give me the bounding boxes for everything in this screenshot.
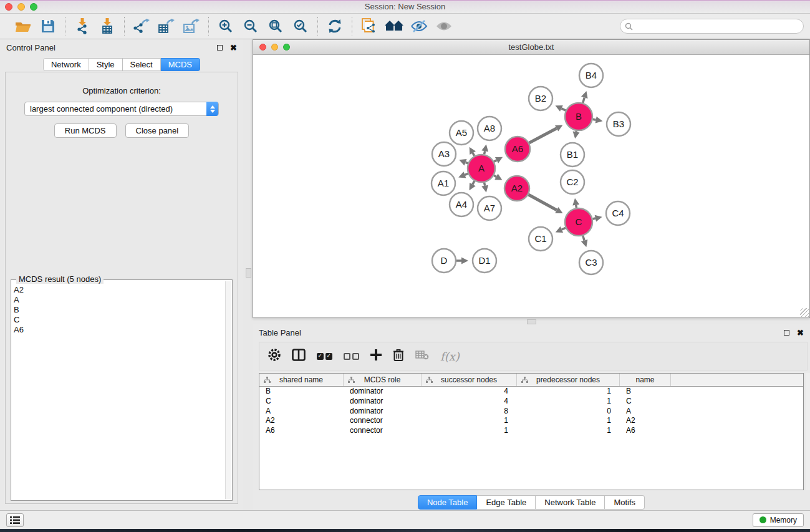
table-cell[interactable]: A xyxy=(259,407,344,417)
optimization-dropdown[interactable]: largest connected component (directed) xyxy=(24,102,219,116)
column-header-name[interactable]: name xyxy=(620,374,671,386)
table-cell[interactable]: connector xyxy=(344,426,422,436)
table-cell[interactable]: C xyxy=(620,397,671,407)
tab-select[interactable]: Select xyxy=(123,58,161,71)
edge-A-A5[interactable] xyxy=(473,153,475,156)
edge-A-A6[interactable] xyxy=(494,160,496,162)
edge-A-A2[interactable] xyxy=(494,175,496,177)
delete-table-button[interactable] xyxy=(415,350,429,362)
table-cell[interactable]: 4 xyxy=(422,387,517,397)
table-row[interactable]: Cdominator41C xyxy=(259,397,803,407)
edge-A6-B[interactable] xyxy=(529,128,557,143)
home-button[interactable] xyxy=(383,16,405,36)
table-cell[interactable]: 8 xyxy=(422,407,517,417)
tab-mcds[interactable]: MCDS xyxy=(161,58,200,71)
table-mode-button[interactable] xyxy=(268,349,281,364)
float-panel-icon[interactable] xyxy=(217,45,223,51)
edge-A-A8[interactable] xyxy=(485,151,485,154)
hide-graphics-button[interactable] xyxy=(408,16,430,36)
horizontal-splitter-handle[interactable] xyxy=(527,319,536,324)
mcds-result-list[interactable]: A2ABCA6 xyxy=(12,285,224,499)
open-session-button[interactable] xyxy=(12,16,34,36)
table-cell[interactable]: 1 xyxy=(422,416,517,426)
edge-C-C2[interactable] xyxy=(576,205,577,208)
task-history-button[interactable] xyxy=(6,513,24,527)
table-cell[interactable]: A2 xyxy=(620,416,671,426)
table-cell[interactable]: 1 xyxy=(422,426,517,436)
memory-button[interactable]: Memory xyxy=(753,513,804,527)
export-table-button[interactable] xyxy=(156,16,177,36)
edge-C-C3[interactable] xyxy=(583,236,584,241)
column-header-shared-name[interactable]: shared name xyxy=(259,374,344,386)
edge-A-A4[interactable] xyxy=(473,181,475,184)
network-canvas[interactable]: ABCA6A2A1A3A4A5A7A8B1B2B3B4C1C2C3C4DD1 xyxy=(253,56,809,317)
network-window-titlebar[interactable]: testGlobe.txt xyxy=(253,40,809,55)
import-network-button[interactable] xyxy=(72,16,93,36)
table-cell[interactable]: A2 xyxy=(259,416,344,426)
import-table-button[interactable] xyxy=(97,16,118,36)
zoom-selected-button[interactable] xyxy=(290,16,311,36)
delete-columns-button[interactable] xyxy=(393,349,404,364)
tab-network[interactable]: Network xyxy=(43,58,89,71)
table-tab-edge-table[interactable]: Edge Table xyxy=(477,495,536,510)
function-builder-button[interactable]: f(x) xyxy=(440,350,460,363)
column-header-MCDS-role[interactable]: MCDS role xyxy=(344,374,422,386)
result-list-item[interactable]: C xyxy=(12,315,224,325)
zoom-in-button[interactable] xyxy=(215,16,236,36)
table-cell[interactable]: A6 xyxy=(620,426,671,436)
zoom-fit-button[interactable] xyxy=(265,16,286,36)
close-panel-icon[interactable]: ✖ xyxy=(230,44,237,52)
close-panel-button[interactable]: Close panel xyxy=(125,123,190,138)
table-scrollbar[interactable] xyxy=(806,373,810,490)
result-list-item[interactable]: B xyxy=(12,305,224,315)
edge-B-B2[interactable] xyxy=(561,109,566,110)
table-float-icon[interactable] xyxy=(784,330,789,336)
vertical-splitter-handle[interactable] xyxy=(246,268,251,278)
table-cell[interactable]: B xyxy=(620,387,671,397)
table-cell[interactable]: A xyxy=(620,407,671,417)
edge-A-A1[interactable] xyxy=(465,173,468,175)
show-graphics-button[interactable] xyxy=(433,16,455,36)
run-mcds-button[interactable]: Run MCDS xyxy=(54,123,117,138)
column-header-successor-nodes[interactable]: successor nodes xyxy=(422,374,517,386)
table-close-icon[interactable]: ✖ xyxy=(797,329,804,337)
result-scrollbar[interactable] xyxy=(225,281,231,499)
table-row[interactable]: Bdominator41B xyxy=(259,387,803,397)
table-row[interactable]: Adominator80A xyxy=(259,407,803,417)
table-cell[interactable]: A6 xyxy=(259,426,344,436)
table-tab-network-table[interactable]: Network Table xyxy=(536,495,605,510)
tab-style[interactable]: Style xyxy=(89,58,123,71)
result-list-item[interactable]: A6 xyxy=(12,325,224,335)
refresh-button[interactable] xyxy=(324,16,345,36)
edge-C-C1[interactable] xyxy=(562,228,566,230)
table-cell[interactable]: dominator xyxy=(344,387,422,397)
table-cell[interactable]: connector xyxy=(344,416,422,426)
table-cell[interactable]: dominator xyxy=(344,397,422,407)
deselect-all-button[interactable] xyxy=(344,353,359,360)
show-columns-button[interactable] xyxy=(292,349,306,364)
export-network-button[interactable] xyxy=(131,16,152,36)
search-input[interactable] xyxy=(620,19,804,34)
table-cell[interactable]: 1 xyxy=(517,416,620,426)
edge-C-C4[interactable] xyxy=(592,218,595,219)
create-column-button[interactable] xyxy=(370,349,382,363)
table-row[interactable]: A2connector11A2 xyxy=(259,416,803,426)
table-cell[interactable]: C xyxy=(259,397,344,407)
edge-A-A3[interactable] xyxy=(466,162,468,163)
clone-network-button[interactable] xyxy=(359,16,380,36)
table-cell[interactable]: dominator xyxy=(344,407,422,417)
table-cell[interactable]: 4 xyxy=(422,397,517,407)
table-cell[interactable]: 1 xyxy=(517,426,620,436)
result-list-item[interactable]: A xyxy=(12,295,224,305)
select-all-button[interactable] xyxy=(317,353,332,360)
edge-A2-C[interactable] xyxy=(528,195,556,210)
resize-grip[interactable] xyxy=(800,308,809,317)
table-row[interactable]: A6connector11A6 xyxy=(259,426,803,436)
edge-B-B3[interactable] xyxy=(593,119,596,120)
column-header-predecessor-nodes[interactable]: predecessor nodes xyxy=(517,374,620,386)
edge-B-B4[interactable] xyxy=(583,97,585,103)
table-cell[interactable]: 1 xyxy=(517,397,620,407)
table-cell[interactable]: 1 xyxy=(517,387,620,397)
table-cell[interactable]: B xyxy=(259,387,344,397)
table-tab-motifs[interactable]: Motifs xyxy=(605,495,645,510)
